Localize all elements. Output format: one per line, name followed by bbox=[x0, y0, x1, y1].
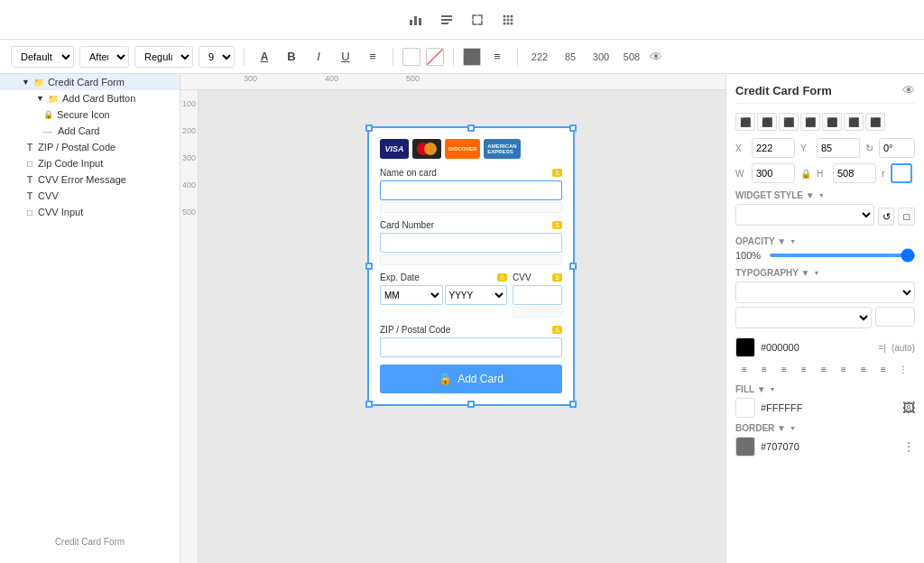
x-input[interactable] bbox=[752, 138, 795, 158]
tree-label-zip-input: Zip Code Input bbox=[38, 158, 103, 169]
fill-row: #FFFFFF 🖼 bbox=[735, 398, 915, 418]
text-align-6-btn[interactable]: ≡ bbox=[835, 361, 853, 377]
tree-item-secure-icon[interactable]: 🔒 Secure Icon bbox=[0, 106, 180, 123]
opacity-row: 100% bbox=[735, 250, 915, 261]
stroke-color-swatch[interactable] bbox=[426, 48, 444, 66]
card-number-input[interactable] bbox=[380, 233, 562, 253]
h-value: 508 bbox=[619, 51, 644, 62]
tree-item-add-card[interactable]: — Add Card bbox=[0, 123, 180, 139]
y-input[interactable] bbox=[817, 138, 860, 158]
opacity-slider[interactable] bbox=[770, 254, 915, 257]
border-header[interactable]: BORDER ▼ bbox=[735, 423, 915, 433]
zip-input[interactable] bbox=[380, 337, 562, 357]
tree-item-cvv-error[interactable]: T CVV Error Message bbox=[0, 171, 180, 188]
font-style-select[interactable]: After bbox=[79, 46, 129, 68]
typography-header[interactable]: TYPOGRAPHY ▼ bbox=[735, 268, 915, 278]
add-card-label: Add Card bbox=[457, 373, 504, 385]
cvv-section: CVV S bbox=[513, 272, 562, 318]
distribute-btn[interactable]: ⬛ bbox=[865, 113, 885, 131]
align-top-btn[interactable]: ⬛ bbox=[800, 113, 820, 131]
name-on-card-input[interactable] bbox=[380, 180, 562, 200]
w-input[interactable] bbox=[752, 163, 795, 183]
cvv-input[interactable] bbox=[513, 285, 562, 305]
handle-tc[interactable] bbox=[467, 125, 475, 132]
handle-mr[interactable] bbox=[569, 263, 577, 270]
name-on-card-group: Name on card S bbox=[380, 168, 562, 213]
font-size-select[interactable]: Regular bbox=[134, 46, 193, 68]
tree-item-zip[interactable]: T ZIP / Postal Code bbox=[0, 139, 180, 155]
rotation-input[interactable] bbox=[879, 138, 915, 158]
tree-item-cvv-input[interactable]: □ CVV Input bbox=[0, 204, 180, 220]
h-input[interactable] bbox=[833, 163, 876, 183]
text-align-more-btn[interactable]: ⋮ bbox=[894, 361, 912, 377]
top-ruler: 300 400 500 bbox=[180, 74, 725, 90]
eye-icon[interactable]: 👁 bbox=[650, 50, 662, 64]
x-label: X bbox=[735, 143, 746, 153]
widget-style-select[interactable] bbox=[735, 204, 874, 226]
font-size-right-input[interactable] bbox=[875, 307, 915, 327]
exp-year-select[interactable]: YYYY bbox=[445, 285, 508, 305]
text-align-5-btn[interactable]: ≡ bbox=[815, 361, 833, 377]
font-family-select[interactable]: Default bbox=[11, 46, 74, 68]
exp-month-select[interactable]: MM bbox=[380, 285, 443, 305]
name-on-card-label: Name on card S bbox=[380, 168, 562, 178]
text-align-icon[interactable] bbox=[434, 7, 459, 32]
svg-rect-5 bbox=[441, 23, 448, 24]
tree-item-zip-input[interactable]: □ Zip Code Input bbox=[0, 155, 180, 171]
italic-btn[interactable]: I bbox=[308, 46, 329, 68]
fill-color-box[interactable] bbox=[735, 398, 755, 418]
tree-label-cvv-error: CVV Error Message bbox=[38, 174, 126, 185]
handle-bl[interactable] bbox=[365, 401, 373, 408]
align-center-h-btn[interactable]: ⬛ bbox=[757, 113, 777, 131]
text-align-left-btn[interactable]: ≡ bbox=[735, 361, 753, 377]
opacity-header[interactable]: OPACITY ▼ bbox=[735, 236, 915, 246]
text-align-lines-btn[interactable]: ≡ bbox=[486, 46, 508, 68]
expand-icon[interactable] bbox=[465, 7, 490, 32]
fill-header[interactable]: FILL ▼ bbox=[735, 384, 915, 394]
align-center-v-btn[interactable]: ⬛ bbox=[822, 113, 842, 131]
text-color-box[interactable] bbox=[735, 337, 755, 357]
text-color-hex: #000000 bbox=[761, 342, 873, 353]
handle-br[interactable] bbox=[569, 401, 577, 408]
fit-icon[interactable] bbox=[891, 163, 912, 183]
font-family-right-select[interactable] bbox=[735, 282, 915, 303]
handle-ml[interactable] bbox=[365, 263, 373, 270]
underline-btn[interactable]: U bbox=[335, 46, 356, 68]
widget-style-reset-btn[interactable]: ↺ bbox=[878, 208, 895, 226]
tree-item-add-card-button[interactable]: ▼ 📁 Add Card Button bbox=[0, 90, 180, 106]
align-left-btn[interactable]: ⬛ bbox=[735, 113, 755, 131]
align-bottom-btn[interactable]: ⬛ bbox=[844, 113, 864, 131]
tree-item-credit-card-form[interactable]: ▼ 📁 Credit Card Form bbox=[0, 74, 180, 90]
dots-grid-icon[interactable] bbox=[495, 7, 521, 32]
add-card-button[interactable]: 🔒 Add Card bbox=[380, 365, 562, 393]
handle-tr[interactable] bbox=[569, 125, 577, 132]
widget-style-header[interactable]: WIDGET STYLE ▼ bbox=[735, 190, 915, 200]
bold-btn[interactable]: B bbox=[281, 46, 302, 68]
font-style-right-select[interactable] bbox=[735, 307, 872, 328]
text-auto-label: (auto) bbox=[892, 343, 915, 353]
text-color-btn[interactable]: A bbox=[254, 46, 275, 68]
credit-card-form-widget[interactable]: VISA DISCOVER AMERICANEXPRESS bbox=[367, 126, 575, 406]
list-btn[interactable]: ≡ bbox=[362, 46, 383, 68]
text-align-right-btn[interactable]: ≡ bbox=[775, 361, 793, 377]
fill-image-icon[interactable]: 🖼 bbox=[902, 401, 915, 415]
text-align-center-btn[interactable]: ≡ bbox=[755, 361, 773, 377]
chart-icon[interactable] bbox=[403, 7, 429, 32]
tree-label-add-card-button: Add Card Button bbox=[62, 93, 135, 104]
widget-style-apply-btn[interactable]: □ bbox=[898, 208, 915, 226]
font-size-num-select[interactable]: 9 bbox=[199, 46, 235, 68]
text-color-swatch[interactable] bbox=[463, 48, 481, 66]
border-more-icon[interactable]: ⋮ bbox=[902, 439, 915, 454]
align-right-btn[interactable]: ⬛ bbox=[779, 113, 799, 131]
right-panel-eye-icon[interactable]: 👁 bbox=[902, 83, 915, 97]
border-color-box[interactable] bbox=[735, 437, 755, 457]
handle-bc[interactable] bbox=[467, 401, 475, 408]
handle-tl[interactable] bbox=[365, 125, 373, 132]
text-align-justify-btn[interactable]: ≡ bbox=[795, 361, 813, 377]
ruler-mark-400: 400 bbox=[325, 74, 338, 83]
fill-color-swatch[interactable] bbox=[402, 48, 420, 66]
lock-icon[interactable]: 🔒 bbox=[800, 169, 811, 179]
text-align-8-btn[interactable]: ≡ bbox=[874, 361, 892, 377]
tree-item-cvv[interactable]: T CVV bbox=[0, 188, 180, 204]
text-align-7-btn[interactable]: ≡ bbox=[855, 361, 873, 377]
